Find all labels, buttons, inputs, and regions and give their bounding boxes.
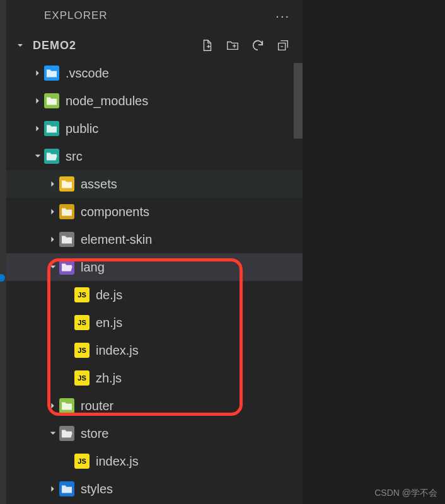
chevron-right-icon [47,401,59,410]
folder-item[interactable]: element-skin [6,226,303,253]
item-label: index.js [96,343,139,358]
new-folder-icon[interactable] [226,38,240,52]
item-label: store [81,427,108,441]
js-file-icon: JS [74,343,90,358]
item-label: node_modules [66,94,148,108]
item-label: .vscode [66,66,109,81]
folder-item[interactable]: store [6,420,303,447]
folder-item[interactable]: node_modules [6,87,303,115]
item-label: styles [81,482,113,496]
folder-icon [44,93,59,108]
js-file-icon: JS [74,287,90,302]
folder-open-icon [44,149,59,164]
chevron-right-icon [47,207,59,216]
chevron-down-icon [47,429,59,438]
chevron-right-icon [47,235,59,244]
js-file-icon: JS [74,315,90,330]
item-label: en.js [96,316,122,330]
chevron-right-icon [32,124,44,133]
more-icon[interactable]: ··· [275,9,290,23]
folder-item[interactable]: assets [6,170,303,198]
item-label: lang [81,260,105,275]
explorer-sidebar: EXPLORER ··· DEMO2 .vscode [6,0,303,504]
project-name: DEMO2 [33,39,76,52]
chevron-right-icon [47,484,59,493]
item-label: src [66,149,83,164]
editor-area [303,0,445,504]
js-file-icon: JS [74,454,90,469]
folder-open-icon [59,260,74,275]
item-label: de.js [96,288,122,302]
refresh-icon[interactable] [251,38,265,52]
chevron-right-icon [32,96,44,105]
watermark: CSDN @学不会 [374,488,437,499]
explorer-header: EXPLORER ··· [6,0,303,32]
folder-item[interactable]: src [6,142,303,170]
chevron-right-icon [32,69,44,77]
file-item[interactable]: JSzh.js [6,364,303,392]
file-item[interactable]: JSindex.js [6,447,303,475]
folder-icon [59,204,74,219]
item-label: zh.js [96,371,122,386]
item-label: index.js [96,454,139,469]
folder-item[interactable]: public [6,115,303,142]
collapse-all-icon[interactable] [276,38,290,52]
folder-icon [44,121,59,136]
file-item[interactable]: JSde.js [6,281,303,309]
scrollbar[interactable] [294,63,303,139]
file-item[interactable]: JSen.js [6,309,303,336]
folder-item[interactable]: lang [6,253,303,281]
folder-icon [59,398,74,413]
project-section-header[interactable]: DEMO2 [6,32,303,59]
folder-icon [59,176,74,192]
section-actions [200,38,295,52]
activity-indicator [0,274,5,282]
chevron-down-icon [32,152,44,161]
chevron-down-icon [14,40,26,50]
file-item[interactable]: JSindex.js [6,336,303,364]
explorer-title: EXPLORER [19,9,108,22]
folder-open-icon [59,426,74,441]
activity-bar [0,0,6,504]
item-label: components [81,205,149,219]
folder-item[interactable]: .vscode [6,59,303,87]
file-tree: .vscode node_modules public src assets c… [6,59,303,504]
new-file-icon[interactable] [200,38,214,52]
chevron-down-icon [47,263,59,272]
item-label: assets [81,177,117,192]
item-label: element-skin [81,232,152,247]
folder-item[interactable]: styles [6,475,303,503]
folder-icon [59,481,74,496]
item-label: router [81,399,113,413]
item-label: public [66,122,98,136]
js-file-icon: JS [74,370,90,386]
chevron-right-icon [47,180,59,188]
folder-icon [44,66,59,81]
folder-item[interactable]: router [6,392,303,420]
folder-icon [59,232,74,247]
folder-item[interactable]: components [6,198,303,226]
